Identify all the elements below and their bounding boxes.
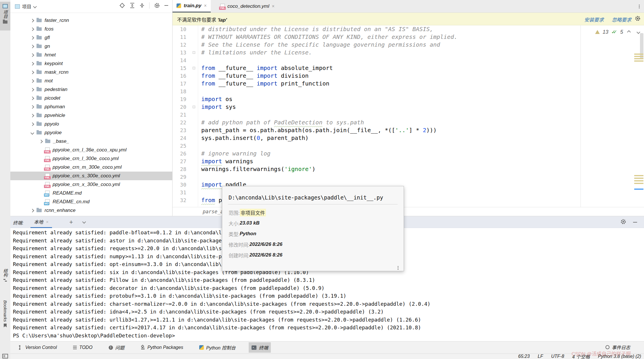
scrollbar-warning-mark[interactable] (634, 183, 643, 184)
tool-button-终端[interactable]: 终端 (249, 342, 271, 353)
tool-button-version-control[interactable]: Version Control (16, 343, 60, 352)
terminal-line: Requirement already satisfied: Pillow in… (13, 276, 643, 284)
gear-icon[interactable] (635, 16, 641, 21)
code-editor[interactable]: 10# distributed under the License is dis… (172, 25, 644, 207)
chevron-right-icon[interactable] (30, 27, 34, 31)
chevron-right-icon[interactable] (30, 36, 34, 40)
minimize-icon[interactable] (633, 222, 637, 223)
tab-coco-detection-yml[interactable]: YML coco_detection.yml × (216, 0, 279, 13)
locate-file-icon[interactable] (119, 3, 125, 8)
close-icon[interactable]: × (204, 3, 206, 8)
scrollbar-warning-mark[interactable] (634, 178, 643, 179)
status-item[interactable]: 65:23 (518, 354, 530, 359)
tree-row-picodet[interactable]: picodet (10, 94, 172, 102)
tree-item-label: gfl (45, 35, 50, 41)
banner-link-安装要求[interactable]: 安装要求 (584, 16, 604, 23)
restore-windows-icon[interactable] (2, 354, 8, 358)
chevron-right-icon[interactable] (30, 19, 34, 22)
tree-row-pedestrian[interactable]: pedestrian (10, 85, 172, 94)
gear-icon[interactable] (154, 3, 160, 8)
chevron-right-icon[interactable] (30, 96, 34, 100)
prev-problem-icon[interactable] (627, 30, 631, 34)
tree-row-ppvehicle[interactable]: ppvehicle (10, 111, 172, 120)
tool-button-python-控制台[interactable]: Python 控制台 (196, 342, 238, 353)
fold-marker-icon[interactable] (193, 51, 195, 54)
tree-row-_base_[interactable]: _base_ (10, 137, 172, 146)
tool-button-todo[interactable]: TODO (70, 343, 95, 352)
tool-button-project[interactable]: 项目 (0, 2, 10, 31)
tree-row-ppyoloe[interactable]: ppyoloe (10, 128, 172, 137)
tab-options-icon[interactable] (639, 5, 640, 5)
tool-button-问题[interactable]: 问题 (106, 342, 127, 353)
close-icon[interactable]: × (46, 219, 49, 224)
scrollbar-warning-mark[interactable] (634, 180, 643, 181)
chevron-slot (30, 123, 34, 126)
tab-train-py[interactable]: train.py × (172, 0, 211, 13)
fold-marker-icon[interactable] (193, 106, 195, 108)
tree-row-ppyoloe_crn_m_300e_coco.yml[interactable]: YMLppyoloe_crn_m_300e_coco.yml (10, 163, 172, 172)
close-icon[interactable]: × (272, 4, 275, 9)
tree-row-faster_rcnn[interactable]: faster_rcnn (10, 16, 172, 25)
next-problem-icon[interactable] (637, 30, 640, 34)
tree-row-hrnet[interactable]: hrnet (10, 51, 172, 59)
tree-row-ppyolo[interactable]: ppyolo (10, 120, 172, 128)
project-selector[interactable]: 项目 (15, 3, 36, 10)
chevron-right-icon[interactable] (30, 122, 34, 126)
scrollbar-warning-mark[interactable] (634, 58, 643, 59)
chevron-down-icon[interactable] (82, 220, 86, 224)
chevron-right-icon[interactable] (30, 105, 34, 109)
tree-row-ppyoloe_crn_l_36e_coco_xpu.yml[interactable]: YMLppyoloe_crn_l_36e_coco_xpu.yml (10, 146, 172, 154)
more-options-icon[interactable] (398, 266, 398, 267)
scrollbar-info-mark[interactable] (634, 189, 643, 190)
tree-row-mot[interactable]: mot (10, 77, 172, 85)
chevron-right-icon[interactable] (30, 79, 34, 83)
tree-row-rcnn_enhance[interactable]: rcnn_enhance (10, 206, 172, 215)
tool-button-python-packages[interactable]: Python Packages (138, 343, 186, 352)
status-item[interactable]: UTF-8 (551, 354, 564, 359)
editor-scrollbar[interactable] (640, 33, 643, 59)
expand-all-icon[interactable] (130, 3, 135, 8)
tree-row-README_cn.md[interactable]: MDREADME_cn.md (10, 197, 172, 206)
tree-item-label: mot (45, 78, 53, 84)
tree-row-README.md[interactable]: MDREADME.md (10, 189, 172, 197)
chevron-right-icon[interactable] (30, 88, 34, 92)
chevron-down-icon[interactable] (30, 131, 34, 135)
tool-button-structure[interactable]: 结构 (0, 266, 10, 293)
tree-item-label: ppyoloe_crn_x_300e_coco.yml (53, 182, 120, 187)
scrollbar-warning-mark[interactable] (634, 54, 643, 55)
tree-row-fcos[interactable]: fcos (10, 25, 172, 33)
tree-row-pphuman[interactable]: pphuman (10, 102, 172, 111)
tree-row-gn[interactable]: gn (10, 42, 172, 51)
structure-icon (3, 279, 7, 282)
inspection-widget[interactable]: 13 ✓✓ 5 (595, 29, 640, 35)
chevron-right-icon[interactable] (30, 209, 34, 212)
tree-row-ppyoloe_crn_x_300e_coco.yml[interactable]: YMLppyoloe_crn_x_300e_coco.yml (10, 180, 172, 189)
status-item[interactable]: LF (538, 354, 543, 359)
chevron-right-icon[interactable] (30, 114, 34, 117)
popup-row-value: 2022/6/26 8:26 (250, 252, 282, 258)
tree-row-ppyoloe_crn_l_300e_coco.yml[interactable]: YMLppyoloe_crn_l_300e_coco.yml (10, 154, 172, 163)
new-session-icon[interactable]: + (69, 219, 73, 226)
code-text: # distributed under the License is distr… (201, 25, 433, 33)
chevron-right-icon[interactable] (30, 53, 34, 57)
fold-marker-icon[interactable] (193, 67, 195, 69)
hide-panel-icon[interactable] (164, 5, 168, 6)
banner-link-忽略要求[interactable]: 忽略要求 (612, 16, 631, 23)
tree-row-gfl[interactable]: gfl (10, 33, 172, 42)
scrollbar-warning-mark[interactable] (634, 175, 643, 176)
collapse-all-icon[interactable] (139, 3, 145, 8)
chevron-right-icon[interactable] (39, 140, 43, 143)
tree-row-ppyoloe_crn_s_300e_coco.yml[interactable]: YMLppyoloe_crn_s_300e_coco.yml (10, 172, 172, 180)
scrollbar-warning-mark[interactable] (634, 56, 643, 57)
code-line-10: 10# distributed under the License is dis… (172, 25, 644, 33)
tree-row-mask_rcnn[interactable]: mask_rcnn (10, 68, 172, 77)
chevron-slot (30, 62, 34, 65)
chevron-right-icon[interactable] (30, 45, 34, 48)
tree-row-keypoint[interactable]: keypoint (10, 59, 172, 68)
chevron-right-icon[interactable] (30, 62, 34, 66)
scrollbar-warning-mark[interactable] (634, 60, 643, 62)
tool-button-bookmarks[interactable]: Bookmarks (0, 298, 10, 335)
chevron-right-icon[interactable] (30, 71, 34, 74)
gear-icon[interactable] (620, 219, 626, 225)
terminal-tab-local[interactable]: 本地 × (30, 216, 52, 228)
